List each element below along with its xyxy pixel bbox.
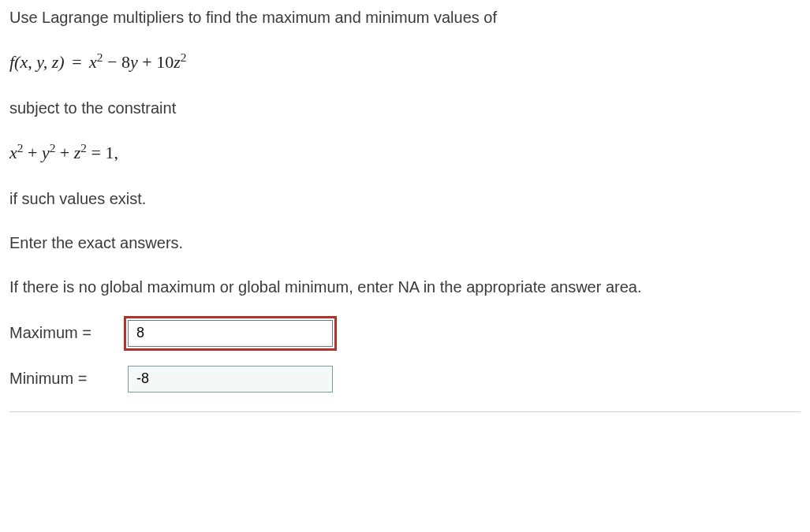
maximum-row: Maximum =: [9, 320, 801, 347]
constraint-equation: x2 + y2 + z2 = 1,: [9, 141, 801, 166]
divider: [9, 411, 801, 412]
equals-sign: =: [72, 52, 81, 72]
if-values-exist: if such values exist.: [9, 188, 801, 210]
maximum-input[interactable]: [128, 320, 333, 347]
enter-exact: Enter the exact answers.: [9, 232, 801, 254]
function-equation: f(x, y, z) = x2 − 8y + 10z2: [9, 50, 801, 75]
minimum-label: Minimum =: [9, 370, 128, 388]
problem-intro: Use Lagrange multipliers to find the max…: [9, 6, 801, 28]
subject-to: subject to the constraint: [9, 97, 801, 119]
func-lhs: f(x, y, z): [9, 52, 65, 72]
minimum-row: Minimum =: [9, 366, 801, 392]
func-rhs: x2 − 8y + 10z2: [89, 52, 186, 72]
minimum-input[interactable]: [128, 366, 333, 392]
maximum-label: Maximum =: [9, 324, 128, 342]
na-note: If there is no global maximum or global …: [9, 276, 801, 298]
